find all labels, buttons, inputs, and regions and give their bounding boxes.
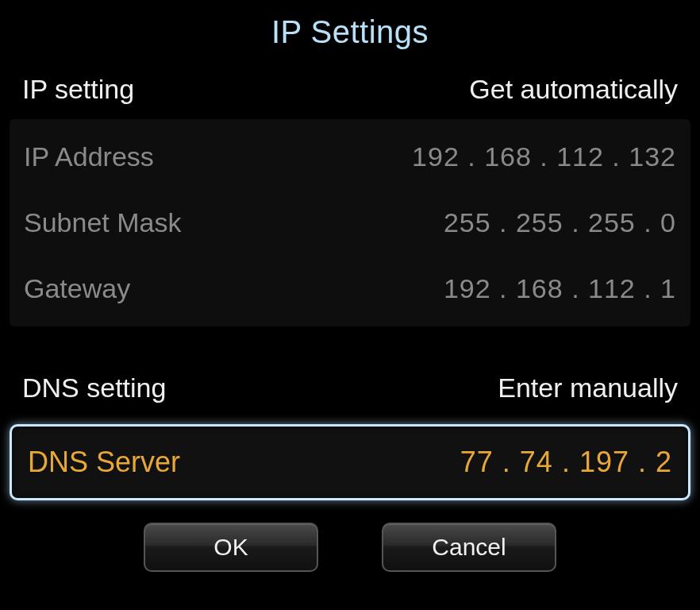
- gateway-label: Gateway: [24, 273, 130, 304]
- ip-setting-header[interactable]: IP setting Get automatically: [0, 74, 700, 119]
- ip-address-value: 192 . 168 . 112 . 132: [412, 141, 676, 172]
- subnet-mask-row: Subnet Mask 255 . 255 . 255 . 0: [10, 190, 690, 256]
- dns-server-value[interactable]: 77 . 74 . 197 . 2: [460, 446, 672, 479]
- dns-server-label: DNS Server: [28, 446, 180, 479]
- dns-setting-mode: Enter manually: [498, 373, 678, 403]
- button-bar: OK Cancel: [0, 523, 700, 572]
- gateway-row: Gateway 192 . 168 . 112 . 1: [10, 256, 690, 322]
- ok-button[interactable]: OK: [144, 523, 318, 572]
- ip-settings-screen: IP Settings IP setting Get automatically…: [0, 0, 700, 610]
- ip-setting-label: IP setting: [22, 74, 134, 105]
- ip-setting-mode: Get automatically: [469, 74, 678, 105]
- cancel-button[interactable]: Cancel: [382, 523, 556, 572]
- ip-details-block: IP Address 192 . 168 . 112 . 132 Subnet …: [10, 119, 690, 326]
- dns-server-row[interactable]: DNS Server 77 . 74 . 197 . 2: [10, 424, 690, 500]
- gateway-value: 192 . 168 . 112 . 1: [444, 273, 676, 304]
- ip-address-label: IP Address: [24, 141, 154, 172]
- subnet-mask-label: Subnet Mask: [24, 207, 181, 238]
- dns-setting-header[interactable]: DNS setting Enter manually: [0, 373, 700, 418]
- page-title: IP Settings: [0, 0, 700, 74]
- subnet-mask-value: 255 . 255 . 255 . 0: [444, 207, 676, 238]
- dns-setting-label: DNS setting: [22, 373, 166, 403]
- ip-address-row: IP Address 192 . 168 . 112 . 132: [10, 124, 690, 190]
